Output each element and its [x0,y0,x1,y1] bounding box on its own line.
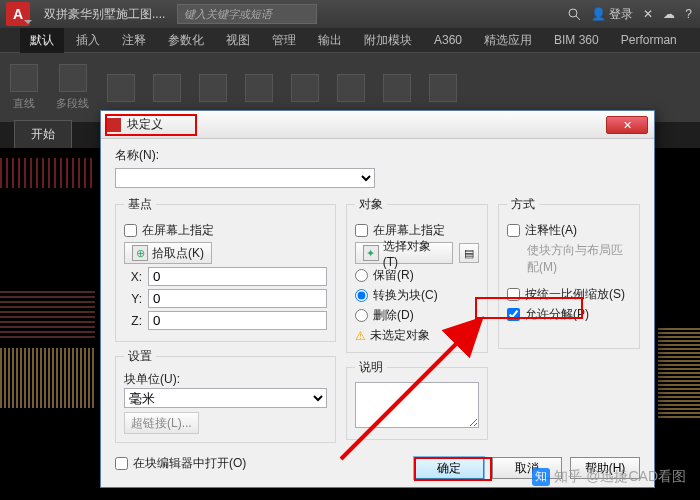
ribbon-utils[interactable] [383,74,411,102]
zhihu-icon [532,468,550,486]
ribbon-block[interactable] [291,74,319,102]
tab-addins[interactable]: 附加模块 [354,28,422,53]
uniform-scale-check[interactable] [507,288,520,301]
help-icon[interactable]: ? [685,7,692,21]
quickselect-button[interactable]: ▤ [459,243,479,263]
login-link[interactable]: 👤 登录 [591,6,633,23]
settings-group: 设置 块单位(U): 毫米 超链接(L)... [115,348,336,443]
mode-group: 方式 注释性(A) 使块方向与布局匹配(M) 按统一比例缩放(S) 允许分解(P… [498,196,640,349]
pick-point-icon: ⊕ [132,245,148,261]
tab-featured[interactable]: 精选应用 [474,28,542,53]
dialog-title: 块定义 [127,116,606,133]
unit-label: 块单位(U): [124,371,327,388]
ribbon-circle[interactable] [107,74,135,102]
unit-select[interactable]: 毫米 [124,388,327,408]
tab-a360[interactable]: A360 [424,29,472,51]
ok-button[interactable]: 确定 [414,457,484,479]
annotative-check[interactable] [507,224,520,237]
name-label: 名称(N): [115,147,159,164]
svg-line-1 [576,16,580,20]
description-textarea[interactable] [355,382,479,428]
ribbon-props[interactable] [337,74,365,102]
search-input[interactable]: 键入关键字或短语 [177,4,317,24]
description-group: 说明 [346,359,488,440]
tab-parametric[interactable]: 参数化 [158,28,214,53]
drawing-tab-start[interactable]: 开始 [14,120,72,148]
tab-manage[interactable]: 管理 [262,28,306,53]
titlebar: A 双拼豪华别墅施工图.... 键入关键字或短语 👤 登录 ✕ ☁ ? [0,0,700,28]
search-icon[interactable] [567,7,581,22]
tab-output[interactable]: 输出 [308,28,352,53]
name-select[interactable] [115,168,375,188]
ribbon-arc[interactable] [153,74,181,102]
none-selected-text: 未选定对象 [370,327,430,344]
ribbon-line[interactable]: 直线 [10,64,38,111]
dialog-titlebar[interactable]: 块定义 ✕ [101,111,654,139]
tab-insert[interactable]: 插入 [66,28,110,53]
document-title: 双拼豪华别墅施工图.... [44,6,165,23]
tab-annotate[interactable]: 注释 [112,28,156,53]
exchange-icon[interactable]: ✕ [643,7,653,21]
obj-onscreen-check[interactable] [355,224,368,237]
ribbon-tabs: 默认 插入 注释 参数化 视图 管理 输出 附加模块 A360 精选应用 BIM… [0,28,700,52]
basepoint-group: 基点 在屏幕上指定 ⊕拾取点(K) X: Y: Z: [115,196,336,342]
ribbon-layer[interactable] [245,74,273,102]
warning-icon: ⚠ [355,329,366,343]
open-in-editor-check[interactable] [115,457,128,470]
tab-view[interactable]: 视图 [216,28,260,53]
convert-radio[interactable] [355,289,368,302]
y-input[interactable] [148,289,327,308]
ribbon-polyline[interactable]: 多段线 [56,64,89,111]
allow-explode-check[interactable] [507,308,520,321]
cloud-icon[interactable]: ☁ [663,7,675,21]
select-objects-button[interactable]: ✦选择对象(T) [355,242,453,264]
tab-bim360[interactable]: BIM 360 [544,29,609,51]
select-icon: ✦ [363,245,379,261]
x-input[interactable] [148,267,327,286]
delete-radio[interactable] [355,309,368,322]
ribbon-clipboard[interactable] [429,74,457,102]
close-button[interactable]: ✕ [606,116,648,134]
pick-point-button[interactable]: ⊕拾取点(K) [124,242,212,264]
svg-point-0 [569,9,577,17]
dialog-app-icon [107,118,121,132]
object-group: 对象 在屏幕上指定 ✦选择对象(T) ▤ 保留(R) 转换为块(C) 删除(D)… [346,196,488,353]
block-definition-dialog: 块定义 ✕ 名称(N): 基点 在屏幕上指定 ⊕拾取点(K) X: Y: Z: [100,110,655,488]
app-icon[interactable]: A [6,2,30,26]
tab-default[interactable]: 默认 [20,28,64,53]
z-input[interactable] [148,311,327,330]
retain-radio[interactable] [355,269,368,282]
watermark: 知乎 @迅捷CAD看图 [532,468,686,486]
base-onscreen-check[interactable] [124,224,137,237]
match-orient-text: 使块方向与布局匹配(M) [527,242,631,276]
ribbon-text[interactable] [199,74,227,102]
tab-performance[interactable]: Performan [611,29,687,51]
hyperlink-button[interactable]: 超链接(L)... [124,412,199,434]
